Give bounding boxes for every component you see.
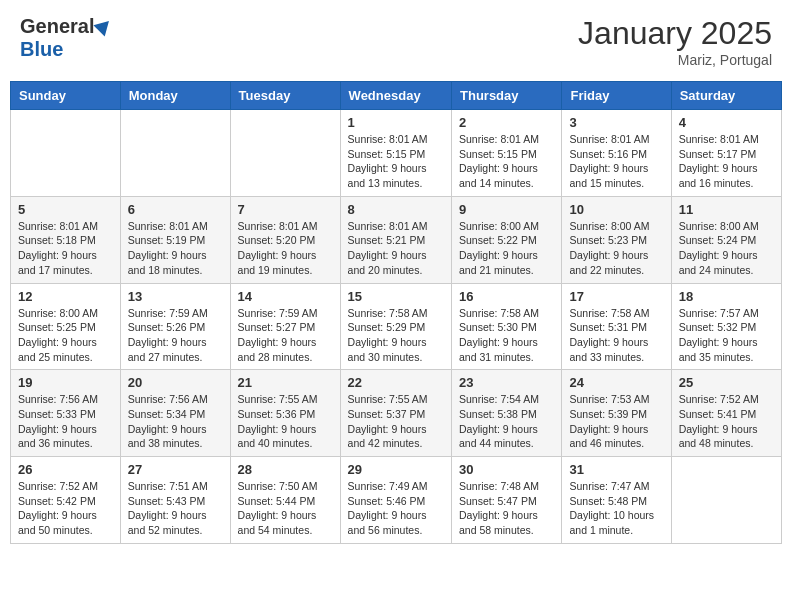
day-cell: 15Sunrise: 7:58 AMSunset: 5:29 PMDayligh… (340, 283, 451, 370)
day-cell: 12Sunrise: 8:00 AMSunset: 5:25 PMDayligh… (11, 283, 121, 370)
day-number: 4 (679, 115, 774, 130)
day-info: Sunrise: 8:01 AMSunset: 5:15 PMDaylight:… (348, 132, 444, 191)
week-row-2: 5Sunrise: 8:01 AMSunset: 5:18 PMDaylight… (11, 196, 782, 283)
day-number: 21 (238, 375, 333, 390)
day-cell (120, 110, 230, 197)
day-info: Sunrise: 7:57 AMSunset: 5:32 PMDaylight:… (679, 306, 774, 365)
day-number: 16 (459, 289, 554, 304)
day-info: Sunrise: 7:54 AMSunset: 5:38 PMDaylight:… (459, 392, 554, 451)
month-title-block: January 2025 Mariz, Portugal (578, 15, 772, 68)
day-info: Sunrise: 7:48 AMSunset: 5:47 PMDaylight:… (459, 479, 554, 538)
day-number: 18 (679, 289, 774, 304)
calendar-table: SundayMondayTuesdayWednesdayThursdayFrid… (10, 81, 782, 544)
week-row-1: 1Sunrise: 8:01 AMSunset: 5:15 PMDaylight… (11, 110, 782, 197)
week-row-5: 26Sunrise: 7:52 AMSunset: 5:42 PMDayligh… (11, 457, 782, 544)
day-cell: 19Sunrise: 7:56 AMSunset: 5:33 PMDayligh… (11, 370, 121, 457)
day-number: 22 (348, 375, 444, 390)
logo-blue-text: Blue (20, 38, 63, 61)
day-number: 24 (569, 375, 663, 390)
day-cell: 31Sunrise: 7:47 AMSunset: 5:48 PMDayligh… (562, 457, 671, 544)
day-number: 20 (128, 375, 223, 390)
day-cell: 25Sunrise: 7:52 AMSunset: 5:41 PMDayligh… (671, 370, 781, 457)
day-number: 29 (348, 462, 444, 477)
day-number: 28 (238, 462, 333, 477)
day-cell: 28Sunrise: 7:50 AMSunset: 5:44 PMDayligh… (230, 457, 340, 544)
day-cell: 16Sunrise: 7:58 AMSunset: 5:30 PMDayligh… (452, 283, 562, 370)
day-cell: 11Sunrise: 8:00 AMSunset: 5:24 PMDayligh… (671, 196, 781, 283)
day-info: Sunrise: 8:00 AMSunset: 5:23 PMDaylight:… (569, 219, 663, 278)
day-cell: 3Sunrise: 8:01 AMSunset: 5:16 PMDaylight… (562, 110, 671, 197)
col-header-tuesday: Tuesday (230, 82, 340, 110)
day-info: Sunrise: 8:00 AMSunset: 5:22 PMDaylight:… (459, 219, 554, 278)
logo: General Blue (20, 15, 112, 61)
calendar-header-row: SundayMondayTuesdayWednesdayThursdayFrid… (11, 82, 782, 110)
week-row-3: 12Sunrise: 8:00 AMSunset: 5:25 PMDayligh… (11, 283, 782, 370)
week-row-4: 19Sunrise: 7:56 AMSunset: 5:33 PMDayligh… (11, 370, 782, 457)
day-number: 3 (569, 115, 663, 130)
day-number: 14 (238, 289, 333, 304)
day-info: Sunrise: 7:49 AMSunset: 5:46 PMDaylight:… (348, 479, 444, 538)
day-cell: 7Sunrise: 8:01 AMSunset: 5:20 PMDaylight… (230, 196, 340, 283)
day-info: Sunrise: 7:52 AMSunset: 5:42 PMDaylight:… (18, 479, 113, 538)
day-info: Sunrise: 7:59 AMSunset: 5:26 PMDaylight:… (128, 306, 223, 365)
day-cell: 6Sunrise: 8:01 AMSunset: 5:19 PMDaylight… (120, 196, 230, 283)
day-cell: 30Sunrise: 7:48 AMSunset: 5:47 PMDayligh… (452, 457, 562, 544)
day-info: Sunrise: 7:50 AMSunset: 5:44 PMDaylight:… (238, 479, 333, 538)
day-cell: 22Sunrise: 7:55 AMSunset: 5:37 PMDayligh… (340, 370, 451, 457)
day-info: Sunrise: 8:01 AMSunset: 5:20 PMDaylight:… (238, 219, 333, 278)
day-info: Sunrise: 8:01 AMSunset: 5:17 PMDaylight:… (679, 132, 774, 191)
day-number: 23 (459, 375, 554, 390)
day-number: 19 (18, 375, 113, 390)
day-number: 5 (18, 202, 113, 217)
day-info: Sunrise: 8:01 AMSunset: 5:16 PMDaylight:… (569, 132, 663, 191)
day-info: Sunrise: 8:00 AMSunset: 5:24 PMDaylight:… (679, 219, 774, 278)
day-info: Sunrise: 8:00 AMSunset: 5:25 PMDaylight:… (18, 306, 113, 365)
page-header: General Blue January 2025 Mariz, Portuga… (10, 10, 782, 73)
day-cell: 5Sunrise: 8:01 AMSunset: 5:18 PMDaylight… (11, 196, 121, 283)
day-cell: 10Sunrise: 8:00 AMSunset: 5:23 PMDayligh… (562, 196, 671, 283)
day-number: 9 (459, 202, 554, 217)
day-number: 1 (348, 115, 444, 130)
day-cell: 21Sunrise: 7:55 AMSunset: 5:36 PMDayligh… (230, 370, 340, 457)
day-info: Sunrise: 7:47 AMSunset: 5:48 PMDaylight:… (569, 479, 663, 538)
day-cell: 26Sunrise: 7:52 AMSunset: 5:42 PMDayligh… (11, 457, 121, 544)
day-cell: 24Sunrise: 7:53 AMSunset: 5:39 PMDayligh… (562, 370, 671, 457)
day-info: Sunrise: 7:52 AMSunset: 5:41 PMDaylight:… (679, 392, 774, 451)
day-cell (11, 110, 121, 197)
col-header-monday: Monday (120, 82, 230, 110)
day-cell: 27Sunrise: 7:51 AMSunset: 5:43 PMDayligh… (120, 457, 230, 544)
day-info: Sunrise: 8:01 AMSunset: 5:18 PMDaylight:… (18, 219, 113, 278)
day-info: Sunrise: 7:58 AMSunset: 5:30 PMDaylight:… (459, 306, 554, 365)
day-info: Sunrise: 8:01 AMSunset: 5:21 PMDaylight:… (348, 219, 444, 278)
day-number: 26 (18, 462, 113, 477)
day-info: Sunrise: 7:55 AMSunset: 5:37 PMDaylight:… (348, 392, 444, 451)
day-cell: 8Sunrise: 8:01 AMSunset: 5:21 PMDaylight… (340, 196, 451, 283)
day-info: Sunrise: 7:51 AMSunset: 5:43 PMDaylight:… (128, 479, 223, 538)
day-info: Sunrise: 8:01 AMSunset: 5:15 PMDaylight:… (459, 132, 554, 191)
day-cell: 1Sunrise: 8:01 AMSunset: 5:15 PMDaylight… (340, 110, 451, 197)
day-number: 11 (679, 202, 774, 217)
day-number: 31 (569, 462, 663, 477)
col-header-thursday: Thursday (452, 82, 562, 110)
day-cell: 2Sunrise: 8:01 AMSunset: 5:15 PMDaylight… (452, 110, 562, 197)
day-cell (230, 110, 340, 197)
col-header-wednesday: Wednesday (340, 82, 451, 110)
day-cell: 18Sunrise: 7:57 AMSunset: 5:32 PMDayligh… (671, 283, 781, 370)
day-number: 30 (459, 462, 554, 477)
col-header-sunday: Sunday (11, 82, 121, 110)
day-number: 25 (679, 375, 774, 390)
day-cell: 4Sunrise: 8:01 AMSunset: 5:17 PMDaylight… (671, 110, 781, 197)
day-number: 12 (18, 289, 113, 304)
day-cell: 20Sunrise: 7:56 AMSunset: 5:34 PMDayligh… (120, 370, 230, 457)
day-info: Sunrise: 7:58 AMSunset: 5:29 PMDaylight:… (348, 306, 444, 365)
day-number: 17 (569, 289, 663, 304)
col-header-saturday: Saturday (671, 82, 781, 110)
day-number: 6 (128, 202, 223, 217)
day-info: Sunrise: 8:01 AMSunset: 5:19 PMDaylight:… (128, 219, 223, 278)
day-cell: 17Sunrise: 7:58 AMSunset: 5:31 PMDayligh… (562, 283, 671, 370)
day-number: 8 (348, 202, 444, 217)
day-cell: 23Sunrise: 7:54 AMSunset: 5:38 PMDayligh… (452, 370, 562, 457)
logo-general-text: General (20, 15, 94, 38)
day-info: Sunrise: 7:56 AMSunset: 5:34 PMDaylight:… (128, 392, 223, 451)
day-info: Sunrise: 7:55 AMSunset: 5:36 PMDaylight:… (238, 392, 333, 451)
